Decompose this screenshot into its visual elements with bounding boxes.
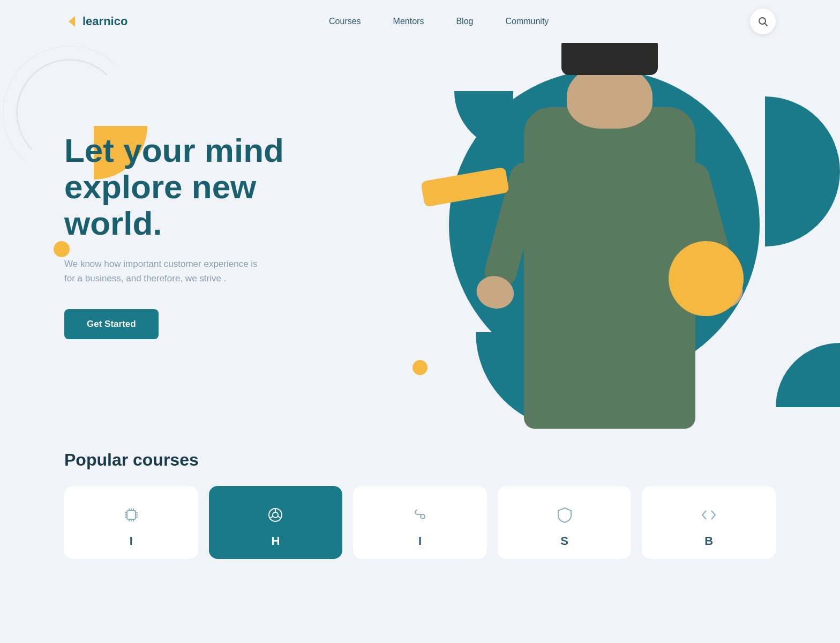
- cpu-icon: [122, 505, 141, 525]
- course-card-0[interactable]: I: [64, 486, 198, 559]
- deco-teal-quarter-bottomright: [776, 343, 840, 407]
- course-cards-list: I H I: [64, 486, 776, 559]
- get-started-button[interactable]: Get Started: [64, 309, 159, 339]
- navbar: learnico Courses Mentors Blog Community: [0, 0, 840, 43]
- popular-courses-title: Popular courses: [64, 450, 776, 470]
- svg-line-20: [270, 517, 273, 519]
- course-icon-0: [118, 502, 144, 528]
- course-letter-3: S: [560, 534, 568, 548]
- nav-links: Courses Mentors Blog Community: [329, 17, 549, 26]
- person-hand-left: [473, 272, 518, 313]
- course-card-3[interactable]: S: [498, 486, 632, 559]
- nav-item-community[interactable]: Community: [505, 17, 549, 26]
- hero-subtitle: We know how important customer experienc…: [64, 257, 268, 286]
- course-letter-4: B: [704, 534, 713, 548]
- course-card-2[interactable]: I: [353, 486, 487, 559]
- hero-section: Let your mind explore new world. We know…: [0, 43, 840, 429]
- popular-courses-section: Popular courses: [0, 429, 840, 591]
- svg-point-17: [273, 512, 278, 518]
- course-card-4[interactable]: B: [642, 486, 776, 559]
- deco-amber-circle-right: [669, 241, 744, 316]
- logo[interactable]: learnico: [64, 14, 128, 29]
- logo-chevron-icon: [64, 14, 79, 29]
- svg-marker-0: [69, 16, 75, 27]
- svg-line-2: [765, 24, 768, 26]
- deco-teal-strip-right: [765, 96, 840, 246]
- person-head: [567, 64, 652, 129]
- course-icon-3: [552, 502, 578, 528]
- logo-text: learnico: [82, 14, 128, 28]
- nav-item-mentors[interactable]: Mentors: [393, 17, 424, 26]
- nav-item-courses[interactable]: Courses: [329, 17, 361, 26]
- shield-icon: [555, 505, 574, 525]
- course-icon-2: [407, 502, 433, 528]
- course-letter-2: I: [418, 534, 422, 548]
- vr-headset: [561, 43, 658, 75]
- hero-person: [454, 43, 765, 429]
- code-icon: [699, 505, 718, 525]
- search-button[interactable]: [750, 9, 776, 34]
- deco-amber-dot-bottom: [412, 360, 428, 375]
- course-card-1[interactable]: H: [209, 486, 343, 559]
- hero-title: Let your mind explore new world.: [64, 132, 332, 242]
- svg-rect-3: [127, 511, 136, 519]
- course-icon-4: [696, 502, 722, 528]
- command-icon: [410, 505, 430, 525]
- course-icon-1: [262, 502, 288, 528]
- course-letter-0: I: [130, 534, 133, 548]
- chrome-icon: [266, 505, 285, 525]
- hero-visual: [358, 43, 840, 429]
- course-letter-1: H: [271, 534, 280, 548]
- search-icon: [758, 16, 768, 27]
- svg-line-19: [278, 517, 281, 519]
- hero-content: Let your mind explore new world. We know…: [64, 132, 332, 340]
- nav-item-blog[interactable]: Blog: [456, 17, 473, 26]
